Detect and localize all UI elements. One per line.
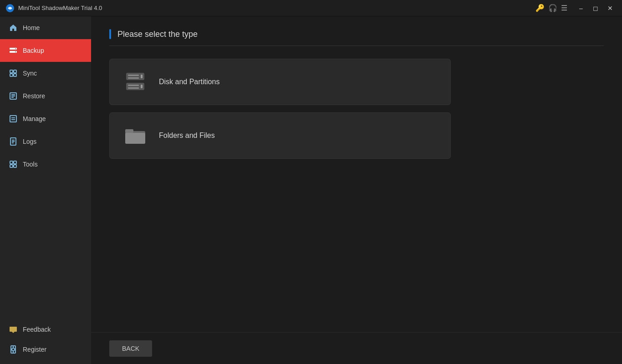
svg-marker-25 (12, 332, 15, 333)
disk-partitions-card[interactable]: Disk and Partitions (109, 59, 451, 105)
svg-point-27 (12, 348, 15, 351)
logs-label: Logs (23, 138, 36, 145)
svg-rect-36 (128, 87, 139, 89)
titlebar: MiniTool ShadowMaker Trial 4.0 🔑 🎧 ☰ – ◻… (0, 0, 622, 16)
sidebar-item-logs[interactable]: Logs (0, 130, 91, 153)
svg-rect-4 (15, 52, 16, 52)
tools-label: Tools (23, 161, 38, 168)
restore-label: Restore (23, 92, 45, 100)
svg-rect-5 (10, 70, 13, 73)
content-area: Please select the type (91, 16, 622, 364)
restore-icon (9, 92, 17, 100)
sidebar-item-manage[interactable]: Manage (0, 107, 91, 130)
folders-files-card[interactable]: Folders and Files (109, 112, 451, 159)
svg-rect-32 (128, 77, 139, 79)
svg-rect-21 (14, 161, 16, 164)
manage-label: Manage (23, 115, 46, 122)
svg-rect-7 (10, 74, 13, 76)
menu-icon[interactable]: ☰ (561, 4, 567, 12)
sidebar-item-home[interactable]: Home (0, 16, 91, 39)
title-accent (109, 29, 111, 39)
backup-icon (9, 46, 17, 55)
manage-icon (9, 115, 17, 123)
home-label: Home (23, 24, 40, 31)
sidebar-item-restore[interactable]: Restore (0, 85, 91, 107)
svg-rect-13 (10, 116, 16, 122)
logs-icon (9, 137, 17, 146)
back-button[interactable]: BACK (109, 340, 152, 357)
svg-rect-37 (141, 85, 143, 88)
sidebar: Home Backup Sy (0, 16, 91, 364)
footer: BACK (91, 332, 622, 364)
svg-rect-6 (14, 70, 16, 73)
sidebar-item-feedback[interactable]: Feedback (0, 319, 91, 339)
tools-icon (9, 160, 17, 168)
register-icon (9, 345, 17, 354)
key-icon[interactable]: 🔑 (535, 4, 545, 12)
sidebar-bottom: Feedback Register (0, 319, 91, 364)
window-controls: – ◻ ✕ (575, 2, 617, 15)
svg-rect-40 (125, 133, 145, 144)
svg-rect-31 (128, 75, 139, 76)
sidebar-item-tools[interactable]: Tools (0, 153, 91, 176)
disk-partitions-label: Disk and Partitions (159, 78, 219, 86)
sidebar-item-sync[interactable]: Sync (0, 62, 91, 85)
content-inner: Please select the type (91, 16, 622, 332)
feedback-icon (9, 325, 17, 334)
svg-rect-23 (14, 165, 16, 167)
titlebar-icons: 🔑 🎧 ☰ (535, 4, 567, 12)
minimize-button[interactable]: – (575, 2, 587, 15)
app-logo (5, 4, 15, 13)
disk-icon (122, 69, 148, 95)
feedback-label: Feedback (23, 326, 51, 333)
page-title-bar: Please select the type (109, 29, 604, 46)
sidebar-item-backup[interactable]: Backup (0, 39, 91, 62)
headset-icon[interactable]: 🎧 (548, 4, 557, 12)
sidebar-item-register[interactable]: Register (0, 339, 91, 359)
sync-label: Sync (23, 70, 37, 77)
svg-rect-20 (10, 161, 13, 164)
svg-rect-24 (10, 327, 17, 332)
backup-label: Backup (23, 47, 44, 54)
home-icon (9, 24, 17, 32)
main-layout: Home Backup Sy (0, 16, 622, 364)
register-label: Register (23, 346, 46, 353)
restore-button[interactable]: ◻ (589, 2, 602, 15)
close-button[interactable]: ✕ (604, 2, 617, 15)
page-title: Please select the type (117, 30, 198, 39)
svg-rect-8 (14, 74, 16, 76)
app-title: MiniTool ShadowMaker Trial 4.0 (18, 5, 535, 11)
sync-icon (9, 69, 17, 77)
svg-rect-3 (15, 49, 16, 49)
svg-rect-35 (128, 85, 139, 86)
folders-files-label: Folders and Files (159, 131, 215, 140)
svg-rect-39 (125, 129, 133, 133)
svg-rect-22 (10, 165, 13, 167)
folder-icon (122, 123, 148, 148)
svg-rect-33 (141, 75, 143, 78)
